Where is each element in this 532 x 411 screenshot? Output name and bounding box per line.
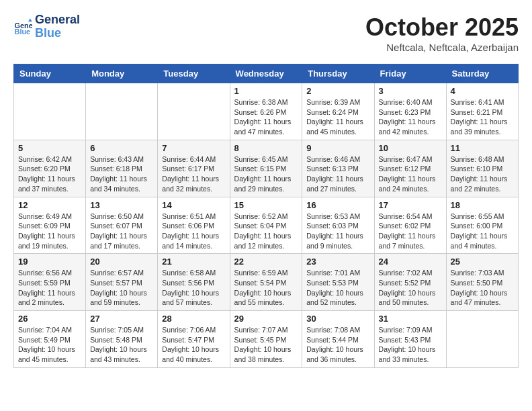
calendar-cell: 7Sunrise: 6:44 AMSunset: 6:17 PMDaylight… <box>158 140 230 197</box>
calendar-cell <box>86 83 158 140</box>
day-info: Sunrise: 6:43 AMSunset: 6:18 PMDaylight:… <box>90 154 153 194</box>
day-info: Sunrise: 6:59 AMSunset: 5:54 PMDaylight:… <box>234 268 298 308</box>
day-info: Sunrise: 7:05 AMSunset: 5:48 PMDaylight:… <box>90 325 153 365</box>
day-info: Sunrise: 6:55 AMSunset: 6:00 PMDaylight:… <box>451 212 514 251</box>
header-monday: Monday <box>86 64 158 83</box>
day-info: Sunrise: 6:48 AMSunset: 6:10 PMDaylight:… <box>451 154 514 194</box>
calendar-cell: 30Sunrise: 7:08 AMSunset: 5:44 PMDayligh… <box>302 311 374 368</box>
day-info: Sunrise: 6:49 AMSunset: 6:09 PMDaylight:… <box>18 212 81 251</box>
day-number: 3 <box>379 86 442 96</box>
day-number: 12 <box>18 200 81 210</box>
svg-marker-2 <box>28 18 32 21</box>
day-number: 30 <box>306 314 369 324</box>
day-number: 8 <box>234 143 298 153</box>
day-number: 29 <box>234 314 298 324</box>
day-info: Sunrise: 6:54 AMSunset: 6:02 PMDaylight:… <box>379 212 442 251</box>
calendar-cell: 2Sunrise: 6:39 AMSunset: 6:24 PMDaylight… <box>302 83 374 140</box>
day-info: Sunrise: 7:08 AMSunset: 5:44 PMDaylight:… <box>306 325 369 365</box>
day-info: Sunrise: 6:38 AMSunset: 6:26 PMDaylight:… <box>234 97 298 137</box>
day-info: Sunrise: 7:01 AMSunset: 5:53 PMDaylight:… <box>306 268 369 308</box>
calendar-cell: 23Sunrise: 7:01 AMSunset: 5:53 PMDayligh… <box>302 254 374 311</box>
calendar-cell: 11Sunrise: 6:48 AMSunset: 6:10 PMDayligh… <box>446 140 518 197</box>
day-info: Sunrise: 6:52 AMSunset: 6:04 PMDaylight:… <box>234 212 298 251</box>
day-info: Sunrise: 6:53 AMSunset: 6:03 PMDaylight:… <box>306 212 369 251</box>
calendar-week-1: 1Sunrise: 6:38 AMSunset: 6:26 PMDaylight… <box>14 83 519 140</box>
day-info: Sunrise: 6:42 AMSunset: 6:20 PMDaylight:… <box>18 154 81 194</box>
calendar-cell: 29Sunrise: 7:07 AMSunset: 5:45 PMDayligh… <box>230 311 302 368</box>
day-info: Sunrise: 6:41 AMSunset: 6:21 PMDaylight:… <box>451 97 514 137</box>
calendar-table: SundayMondayTuesdayWednesdayThursdayFrid… <box>13 64 519 368</box>
calendar-cell: 18Sunrise: 6:55 AMSunset: 6:00 PMDayligh… <box>446 197 518 254</box>
day-info: Sunrise: 7:06 AMSunset: 5:47 PMDaylight:… <box>162 325 225 365</box>
logo: General Blue General Blue <box>13 13 80 40</box>
title-block: October 2025 Neftcala, Neftcala, Azerbai… <box>365 13 519 53</box>
day-number: 20 <box>90 257 153 267</box>
calendar-cell: 4Sunrise: 6:41 AMSunset: 6:21 PMDaylight… <box>446 83 518 140</box>
calendar-cell: 24Sunrise: 7:02 AMSunset: 5:52 PMDayligh… <box>374 254 446 311</box>
day-info: Sunrise: 6:47 AMSunset: 6:12 PMDaylight:… <box>379 154 442 194</box>
header-tuesday: Tuesday <box>158 64 230 83</box>
day-number: 4 <box>451 86 514 96</box>
day-number: 15 <box>234 200 298 210</box>
day-info: Sunrise: 6:51 AMSunset: 6:06 PMDaylight:… <box>162 212 225 251</box>
header-friday: Friday <box>374 64 446 83</box>
day-number: 26 <box>18 314 81 324</box>
calendar-week-5: 26Sunrise: 7:04 AMSunset: 5:49 PMDayligh… <box>14 311 519 368</box>
day-info: Sunrise: 6:50 AMSunset: 6:07 PMDaylight:… <box>90 212 153 251</box>
day-number: 24 <box>379 257 442 267</box>
day-number: 7 <box>162 143 225 153</box>
day-number: 27 <box>90 314 153 324</box>
day-number: 9 <box>306 143 369 153</box>
logo-text-general: General <box>35 13 80 27</box>
day-number: 28 <box>162 314 225 324</box>
day-info: Sunrise: 7:07 AMSunset: 5:45 PMDaylight:… <box>234 325 298 365</box>
calendar-cell: 8Sunrise: 6:45 AMSunset: 6:15 PMDaylight… <box>230 140 302 197</box>
header-saturday: Saturday <box>446 64 518 83</box>
day-number: 13 <box>90 200 153 210</box>
day-info: Sunrise: 6:56 AMSunset: 5:59 PMDaylight:… <box>18 268 81 308</box>
day-number: 23 <box>306 257 369 267</box>
day-number: 10 <box>379 143 442 153</box>
day-number: 31 <box>379 314 442 324</box>
day-info: Sunrise: 6:40 AMSunset: 6:23 PMDaylight:… <box>379 97 442 137</box>
day-info: Sunrise: 7:04 AMSunset: 5:49 PMDaylight:… <box>18 325 81 365</box>
calendar-cell: 13Sunrise: 6:50 AMSunset: 6:07 PMDayligh… <box>86 197 158 254</box>
calendar-cell: 28Sunrise: 7:06 AMSunset: 5:47 PMDayligh… <box>158 311 230 368</box>
calendar-cell: 17Sunrise: 6:54 AMSunset: 6:02 PMDayligh… <box>374 197 446 254</box>
logo-text-blue: Blue <box>35 27 80 40</box>
page-header: General Blue General Blue October 2025 N… <box>13 13 519 53</box>
location-subtitle: Neftcala, Neftcala, Azerbaijan <box>365 42 519 53</box>
day-number: 17 <box>379 200 442 210</box>
calendar-cell: 25Sunrise: 7:03 AMSunset: 5:50 PMDayligh… <box>446 254 518 311</box>
calendar-cell: 6Sunrise: 6:43 AMSunset: 6:18 PMDaylight… <box>86 140 158 197</box>
day-number: 18 <box>451 200 514 210</box>
calendar-cell: 27Sunrise: 7:05 AMSunset: 5:48 PMDayligh… <box>86 311 158 368</box>
day-info: Sunrise: 6:58 AMSunset: 5:56 PMDaylight:… <box>162 268 225 308</box>
svg-text:Blue: Blue <box>15 28 31 36</box>
day-number: 14 <box>162 200 225 210</box>
calendar-cell: 20Sunrise: 6:57 AMSunset: 5:57 PMDayligh… <box>86 254 158 311</box>
day-number: 21 <box>162 257 225 267</box>
calendar-header-row: SundayMondayTuesdayWednesdayThursdayFrid… <box>14 64 519 83</box>
calendar-cell: 19Sunrise: 6:56 AMSunset: 5:59 PMDayligh… <box>14 254 86 311</box>
day-info: Sunrise: 7:02 AMSunset: 5:52 PMDaylight:… <box>379 268 442 308</box>
day-info: Sunrise: 7:03 AMSunset: 5:50 PMDaylight:… <box>451 268 514 308</box>
day-number: 11 <box>451 143 514 153</box>
calendar-cell: 14Sunrise: 6:51 AMSunset: 6:06 PMDayligh… <box>158 197 230 254</box>
header-wednesday: Wednesday <box>230 64 302 83</box>
day-info: Sunrise: 6:45 AMSunset: 6:15 PMDaylight:… <box>234 154 298 194</box>
month-title: October 2025 <box>365 13 519 42</box>
day-number: 6 <box>90 143 153 153</box>
day-number: 25 <box>451 257 514 267</box>
calendar-cell: 15Sunrise: 6:52 AMSunset: 6:04 PMDayligh… <box>230 197 302 254</box>
logo-icon: General Blue <box>13 17 32 36</box>
day-number: 19 <box>18 257 81 267</box>
day-number: 16 <box>306 200 369 210</box>
calendar-cell: 31Sunrise: 7:09 AMSunset: 5:43 PMDayligh… <box>374 311 446 368</box>
calendar-cell: 1Sunrise: 6:38 AMSunset: 6:26 PMDaylight… <box>230 83 302 140</box>
calendar-cell: 22Sunrise: 6:59 AMSunset: 5:54 PMDayligh… <box>230 254 302 311</box>
day-info: Sunrise: 6:39 AMSunset: 6:24 PMDaylight:… <box>306 97 369 137</box>
calendar-cell <box>446 311 518 368</box>
day-info: Sunrise: 6:57 AMSunset: 5:57 PMDaylight:… <box>90 268 153 308</box>
calendar-cell: 3Sunrise: 6:40 AMSunset: 6:23 PMDaylight… <box>374 83 446 140</box>
